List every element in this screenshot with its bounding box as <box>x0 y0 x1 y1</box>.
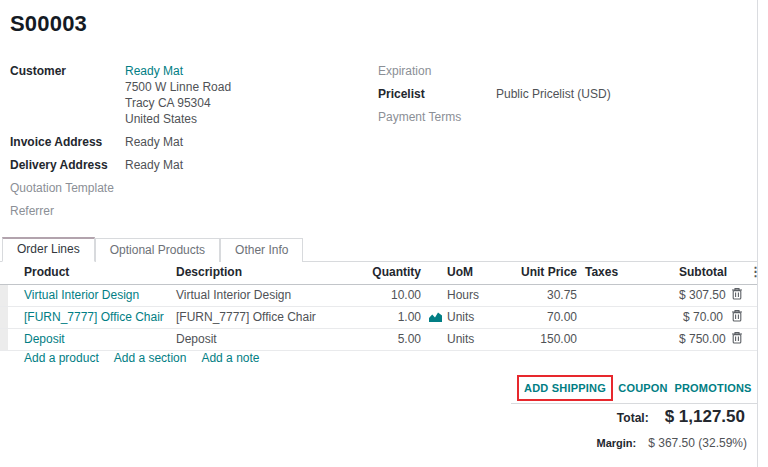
payment-terms-input[interactable] <box>496 109 616 125</box>
kebab-icon[interactable]: ⋮ <box>749 264 757 279</box>
field-payment-terms: Payment Terms <box>378 109 728 125</box>
trash-icon[interactable] <box>731 309 743 322</box>
field-quotation-template: Quotation Template <box>10 180 360 196</box>
field-customer: Customer Ready Mat 7500 W Linne Road Tra… <box>10 63 360 127</box>
col-taxes[interactable]: Taxes <box>581 261 675 284</box>
uom-cell[interactable]: Units <box>443 328 510 350</box>
delete-cell[interactable] <box>727 306 745 328</box>
optional-columns-toggle[interactable]: ⋮ <box>745 261 757 284</box>
order-lines-table: Product Description Quantity UoM Unit Pr… <box>0 261 757 351</box>
notebook-tabs: Order Lines Optional Products Other Info <box>0 237 757 262</box>
subtotal-cell: $ 750.00 <box>675 328 727 350</box>
field-invoice-address: Invoice Address Ready Mat <box>10 134 360 150</box>
taxes-cell[interactable] <box>581 306 675 328</box>
uom-cell[interactable]: Hours <box>443 284 510 306</box>
col-description[interactable]: Description <box>172 261 365 284</box>
referrer-label: Referrer <box>10 203 125 219</box>
add-shipping-button[interactable]: ADD SHIPPING <box>517 375 613 401</box>
payment-terms-label: Payment Terms <box>378 109 496 125</box>
col-subtotal[interactable]: Subtotal <box>675 261 727 284</box>
quotation-template-label: Quotation Template <box>10 180 125 196</box>
unit-price-cell[interactable]: 70.00 <box>510 306 581 328</box>
table-row[interactable]: Deposit Deposit 5.00 Units 150.00 $ 750.… <box>0 328 757 350</box>
row-drag-handle[interactable] <box>0 328 8 350</box>
right-fields: Expiration Pricelist Public Pricelist (U… <box>378 63 728 132</box>
taxes-cell[interactable] <box>581 284 675 306</box>
quantity-cell[interactable]: 5.00 <box>365 328 425 350</box>
total-value: $ 1,127.50 <box>665 407 745 427</box>
quotation-form: S00003 Customer Ready Mat 7500 W Linne R… <box>0 0 768 467</box>
customer-label: Customer <box>10 63 125 127</box>
tab-optional-products[interactable]: Optional Products <box>95 238 220 262</box>
col-quantity-spacer <box>425 261 443 284</box>
left-fields: Customer Ready Mat 7500 W Linne Road Tra… <box>10 63 360 226</box>
forecast-cell <box>425 328 443 350</box>
add-a-product-link[interactable]: Add a product <box>24 351 99 365</box>
margin-label: Margin: <box>597 437 637 449</box>
table-header-row: Product Description Quantity UoM Unit Pr… <box>0 261 757 284</box>
product-link[interactable]: Virtual Interior Design <box>24 288 139 302</box>
totals-divider <box>511 403 757 404</box>
expiration-label: Expiration <box>378 63 496 79</box>
col-unit-price[interactable]: Unit Price <box>510 261 581 284</box>
table-footer-links: Add a product Add a section Add a note <box>24 351 260 365</box>
taxes-cell[interactable] <box>581 328 675 350</box>
margin-value: $ 367.50 (32.59%) <box>648 436 747 450</box>
delivery-address-link[interactable]: Ready Mat <box>125 157 183 173</box>
delivery-address-label: Delivery Address <box>10 157 125 173</box>
col-delete-spacer <box>727 261 745 284</box>
margin-row: Margin: $ 367.50 (32.59%) <box>511 436 757 450</box>
expiration-input[interactable] <box>496 63 616 79</box>
trash-icon[interactable] <box>731 331 743 344</box>
quantity-cell[interactable]: 10.00 <box>365 284 425 306</box>
tab-other-info[interactable]: Other Info <box>220 238 303 262</box>
col-uom[interactable]: UoM <box>443 261 510 284</box>
table-row[interactable]: [FURN_7777] Office Chair [FURN_7777] Off… <box>0 306 757 328</box>
tab-order-lines[interactable]: Order Lines <box>2 237 95 262</box>
add-a-note-link[interactable]: Add a note <box>201 351 259 365</box>
chatter-panel-divider <box>757 0 758 467</box>
col-product[interactable]: Product <box>8 261 172 284</box>
table-row[interactable]: Virtual Interior Design Virtual Interior… <box>0 284 757 306</box>
referrer-input[interactable] <box>125 203 245 219</box>
forecast-cell <box>425 284 443 306</box>
description-cell[interactable]: Virtual Interior Design <box>172 284 365 306</box>
trash-icon[interactable] <box>731 287 743 300</box>
customer-link[interactable]: Ready Mat <box>125 63 231 79</box>
total-row: Total: $ 1,127.50 <box>511 407 757 427</box>
product-link[interactable]: [FURN_7777] Office Chair <box>24 310 164 324</box>
subtotal-cell: $ 307.50 <box>675 284 727 306</box>
field-pricelist: Pricelist Public Pricelist (USD) <box>378 86 728 102</box>
pricelist-value[interactable]: Public Pricelist (USD) <box>496 86 611 102</box>
row-drag-handle[interactable] <box>0 284 8 306</box>
forecast-availability-icon[interactable] <box>429 311 442 325</box>
unit-price-cell[interactable]: 30.75 <box>510 284 581 306</box>
invoice-address-label: Invoice Address <box>10 134 125 150</box>
unit-price-cell[interactable]: 150.00 <box>510 328 581 350</box>
add-a-section-link[interactable]: Add a section <box>114 351 187 365</box>
field-referrer: Referrer <box>10 203 360 219</box>
invoice-address-link[interactable]: Ready Mat <box>125 134 183 150</box>
customer-address-line1: 7500 W Linne Road <box>125 79 231 95</box>
field-delivery-address: Delivery Address Ready Mat <box>10 157 360 173</box>
description-cell[interactable]: [FURN_7777] Office Chair <box>172 306 365 328</box>
delete-cell[interactable] <box>727 284 745 306</box>
product-link[interactable]: Deposit <box>24 332 65 346</box>
page-title: S00003 <box>10 11 87 37</box>
coupon-button[interactable]: COUPON <box>614 375 672 401</box>
quantity-cell[interactable]: 1.00 <box>365 306 425 328</box>
quotation-template-input[interactable] <box>125 180 245 196</box>
pricelist-label: Pricelist <box>378 86 496 102</box>
customer-address-line3: United States <box>125 111 231 127</box>
row-drag-handle[interactable] <box>0 306 8 328</box>
uom-cell[interactable]: Units <box>443 306 510 328</box>
forecast-cell <box>425 306 443 328</box>
delete-cell[interactable] <box>727 328 745 350</box>
total-label: Total: <box>617 411 649 425</box>
col-quantity[interactable]: Quantity <box>365 261 425 284</box>
description-cell[interactable]: Deposit <box>172 328 365 350</box>
customer-address-line2: Tracy CA 95304 <box>125 95 231 111</box>
field-expiration: Expiration <box>378 63 728 79</box>
handle-column-header <box>0 261 8 284</box>
promotions-button[interactable]: PROMOTIONS <box>670 375 756 401</box>
